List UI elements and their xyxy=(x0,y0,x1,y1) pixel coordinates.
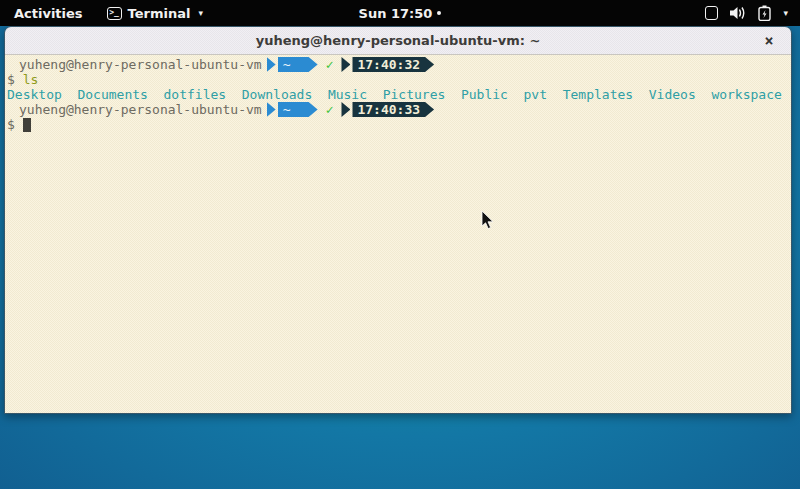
ls-item: Pictures xyxy=(383,87,446,102)
powerline-arrow-icon xyxy=(267,102,276,117)
top-bar-left: Activities >_ Terminal ▾ xyxy=(0,0,213,26)
prompt-time-segment: 17:40:33 xyxy=(352,102,434,117)
activities-label: Activities xyxy=(14,6,83,21)
powerline-arrow-icon xyxy=(341,57,350,72)
clock-label: Sun 17:50 xyxy=(359,6,433,21)
prompt-path-segment: ~ xyxy=(278,102,318,117)
command-text: ls xyxy=(23,72,39,87)
ls-item: Music xyxy=(328,87,367,102)
activities-button[interactable]: Activities xyxy=(0,0,97,26)
ls-item: dotfiles xyxy=(164,87,227,102)
notification-dot-icon xyxy=(437,11,441,15)
ls-item: Downloads xyxy=(242,87,312,102)
prompt-user: yuheng@henry-personal-ubuntu-vm xyxy=(19,57,262,72)
ls-item: Desktop xyxy=(7,87,62,102)
window-title: yuheng@henry-personal-ubuntu-vm: ~ xyxy=(256,33,541,48)
system-tray[interactable]: ▾ xyxy=(693,0,800,26)
app-menu-label: Terminal xyxy=(128,6,191,21)
powerline-arrow-icon xyxy=(341,102,350,117)
chevron-down-icon: ▾ xyxy=(783,8,788,18)
command-line-1: $ ls xyxy=(7,72,789,87)
check-icon: ✓ xyxy=(326,57,334,72)
ls-item: Documents xyxy=(77,87,147,102)
terminal-content[interactable]: yuheng@henry-personal-ubuntu-vm ~ ✓ 17:4… xyxy=(5,55,791,413)
chevron-down-icon: ▾ xyxy=(198,8,203,18)
clock-button[interactable]: Sun 17:50 xyxy=(359,6,442,21)
ls-item: Videos xyxy=(649,87,696,102)
ls-output: DesktopDocumentsdotfilesDownloadsMusicPi… xyxy=(7,87,789,102)
prompt-line-2: yuheng@henry-personal-ubuntu-vm ~ ✓ 17:4… xyxy=(7,102,789,117)
check-icon: ✓ xyxy=(326,102,334,117)
prompt-path-segment: ~ xyxy=(278,57,318,72)
powerline-arrow-icon xyxy=(267,57,276,72)
prompt-line-1: yuheng@henry-personal-ubuntu-vm ~ ✓ 17:4… xyxy=(7,57,789,72)
window-titlebar[interactable]: yuheng@henry-personal-ubuntu-vm: ~ × xyxy=(5,27,791,55)
prompt-dollar: $ xyxy=(7,72,15,87)
prompt-dollar: $ xyxy=(7,117,15,132)
prompt-user: yuheng@henry-personal-ubuntu-vm xyxy=(19,102,262,117)
close-icon[interactable]: × xyxy=(757,27,781,55)
ls-item: pvt xyxy=(524,87,547,102)
ls-item: Public xyxy=(461,87,508,102)
terminal-icon: >_ xyxy=(107,7,122,20)
prompt-time-segment: 17:40:32 xyxy=(352,57,434,72)
terminal-window: yuheng@henry-personal-ubuntu-vm: ~ × yuh… xyxy=(4,26,792,414)
terminal-cursor xyxy=(23,118,31,132)
screen-icon xyxy=(705,6,718,20)
app-menu-button[interactable]: >_ Terminal ▾ xyxy=(97,0,213,26)
command-line-2: $ xyxy=(7,117,789,132)
ls-item: workspace xyxy=(711,87,781,102)
top-bar: Activities >_ Terminal ▾ Sun 17:50 ▾ xyxy=(0,0,800,26)
ls-item: Templates xyxy=(563,87,633,102)
volume-icon xyxy=(730,6,746,20)
battery-charging-icon xyxy=(758,5,771,21)
